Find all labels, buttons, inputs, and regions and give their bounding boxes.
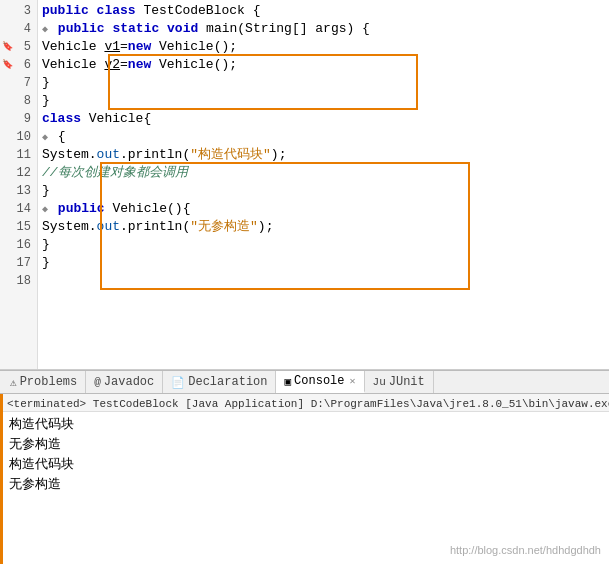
console-area: <terminated> TestCodeBlock [Java Applica… (0, 394, 609, 564)
code-token: ); (271, 147, 287, 162)
code-token: Vehicle (42, 39, 104, 54)
code-token: } (42, 93, 50, 108)
tab-javadoc[interactable]: @Javadoc (86, 371, 163, 393)
code-token: //每次创建对象都会调用 (42, 165, 188, 180)
code-line-16: } (38, 236, 609, 254)
code-token: { (58, 129, 66, 144)
code-line-18 (38, 272, 609, 290)
code-token: new (128, 57, 159, 72)
declaration-tab-icon: 📄 (171, 376, 185, 389)
bookmark-icon: 🔖 (2, 56, 13, 74)
console-tab-label: Console (294, 374, 344, 388)
tabs-bar: ⚠Problems@Javadoc📄Declaration▣Console✕Ju… (0, 370, 609, 394)
code-token: class (42, 111, 89, 126)
code-token: = (120, 39, 128, 54)
code-line-14: ◆ public Vehicle(){ (38, 200, 609, 218)
line-numbers: 34🔖5🔖6789101112131415161718 (0, 0, 38, 369)
code-line-12: //每次创建对象都会调用 (38, 164, 609, 182)
code-token: ); (258, 219, 274, 234)
code-token: new (128, 39, 159, 54)
junit-tab-label: JUnit (389, 375, 425, 389)
console-tab-icon: ▣ (284, 375, 291, 388)
code-line-8: } (38, 92, 609, 110)
code-token: class (97, 3, 144, 18)
tab-console[interactable]: ▣Console✕ (276, 371, 364, 393)
line-number-3: 3 (0, 2, 37, 20)
console-output-box: 构造代码块无参构造构造代码块无参构造http://blog.csdn.net/h… (3, 412, 609, 564)
junit-tab-icon: Ju (373, 376, 386, 388)
code-token: out (97, 219, 120, 234)
code-token: v2 (104, 57, 120, 72)
code-line-17: } (38, 254, 609, 272)
code-line-4: ◆ public static void main(String[] args)… (38, 20, 609, 38)
code-token: "无参构造" (190, 219, 258, 234)
code-line-9: class Vehicle{ (38, 110, 609, 128)
code-token: Vehicle (42, 57, 104, 72)
console-status: <terminated> TestCodeBlock [Java Applica… (3, 394, 609, 412)
arrow-icon: ◆ (42, 24, 48, 35)
code-token: public (42, 3, 97, 18)
tab-junit[interactable]: JuJUnit (365, 371, 434, 393)
line-number-10: 10 (0, 128, 37, 146)
javadoc-tab-icon: @ (94, 376, 101, 388)
code-token: } (42, 237, 50, 252)
code-token: public (58, 201, 113, 216)
code-token: System. (42, 219, 97, 234)
problems-tab-icon: ⚠ (10, 376, 17, 389)
code-line-5: Vehicle v1=new Vehicle(); (38, 38, 609, 56)
tab-declaration[interactable]: 📄Declaration (163, 371, 276, 393)
line-number-12: 12 (0, 164, 37, 182)
code-token: = (120, 57, 128, 72)
code-token: .println( (120, 219, 190, 234)
watermark: http://blog.csdn.net/hdhdgdhdh (450, 544, 601, 556)
line-number-13: 13 (0, 182, 37, 200)
code-token: Vehicle(); (159, 39, 237, 54)
line-number-4: 4 (0, 20, 37, 38)
code-token: public (58, 21, 113, 36)
code-line-15: System.out.println("无参构造"); (38, 218, 609, 236)
code-token: out (97, 147, 120, 162)
code-token: System. (42, 147, 97, 162)
arrow-icon: ◆ (42, 132, 48, 143)
bookmark-icon: 🔖 (2, 38, 13, 56)
code-line-6: Vehicle v2=new Vehicle(); (38, 56, 609, 74)
line-number-9: 9 (0, 110, 37, 128)
code-content[interactable]: public class TestCodeBlock {◆ public sta… (38, 0, 609, 369)
problems-tab-label: Problems (20, 375, 78, 389)
line-number-8: 8 (0, 92, 37, 110)
code-token: TestCodeBlock { (143, 3, 260, 18)
code-token: Vehicle{ (89, 111, 151, 126)
line-number-6: 🔖6 (0, 56, 37, 74)
declaration-tab-label: Declaration (188, 375, 267, 389)
code-token: Vehicle(){ (112, 201, 190, 216)
console-output-line: 构造代码块 (9, 415, 603, 435)
scrollbar[interactable] (0, 369, 609, 370)
code-line-3: public class TestCodeBlock { (38, 2, 609, 20)
line-number-11: 11 (0, 146, 37, 164)
code-token: v1 (104, 39, 120, 54)
code-line-10: ◆ { (38, 128, 609, 146)
line-number-14: 14 (0, 200, 37, 218)
tab-problems[interactable]: ⚠Problems (2, 371, 86, 393)
code-token: } (42, 183, 50, 198)
code-line-7: } (38, 74, 609, 92)
line-number-15: 15 (0, 218, 37, 236)
code-token: .println( (120, 147, 190, 162)
javadoc-tab-label: Javadoc (104, 375, 154, 389)
line-number-16: 16 (0, 236, 37, 254)
console-tab-close[interactable]: ✕ (350, 375, 356, 387)
code-token: main(String[] args) { (206, 21, 370, 36)
line-number-5: 🔖5 (0, 38, 37, 56)
code-token: static (112, 21, 167, 36)
code-token: } (42, 255, 50, 270)
code-token: Vehicle(); (159, 57, 237, 72)
line-number-7: 7 (0, 74, 37, 92)
console-output-line: 构造代码块 (9, 455, 603, 475)
line-number-17: 17 (0, 254, 37, 272)
code-token: void (167, 21, 206, 36)
console-output-line: 无参构造 (9, 435, 603, 455)
arrow-icon: ◆ (42, 204, 48, 215)
line-number-18: 18 (0, 272, 37, 290)
editor-area: 34🔖5🔖6789101112131415161718 public class… (0, 0, 609, 370)
code-token: } (42, 75, 50, 90)
